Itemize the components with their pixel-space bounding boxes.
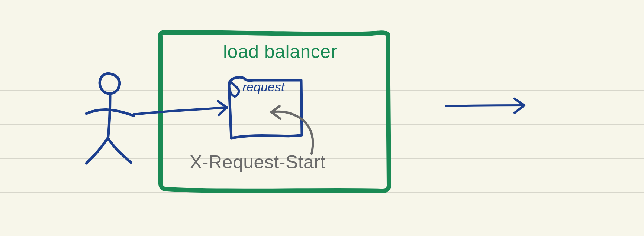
diagram-ink [0, 0, 644, 236]
user-stick-figure [86, 73, 134, 163]
request-label: request [242, 80, 284, 94]
request-document-curl [230, 82, 239, 96]
load-balancer-title: load balancer [223, 41, 337, 62]
arrow-out [446, 99, 524, 113]
x-request-start-label: X-Request-Start [190, 151, 326, 173]
arrow-header-added [271, 106, 313, 154]
arrow-in [134, 101, 227, 115]
